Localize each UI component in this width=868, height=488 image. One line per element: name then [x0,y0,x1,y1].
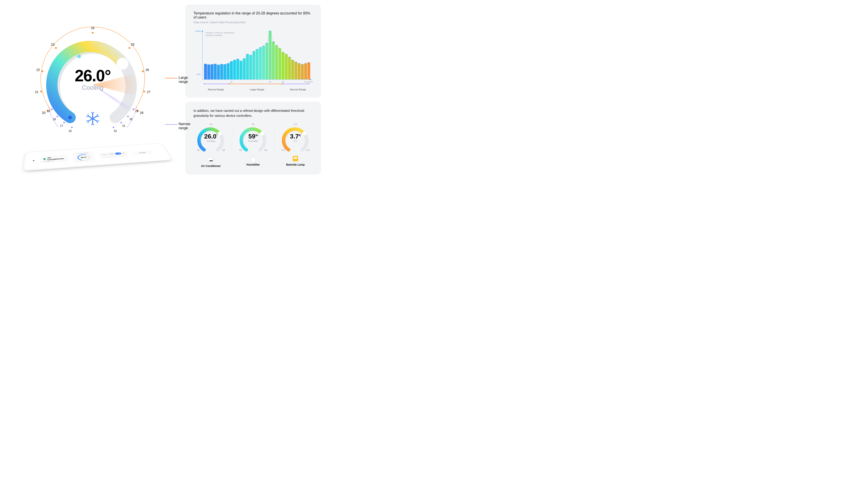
svg-point-121 [282,84,283,85]
svg-text:26: 26 [269,80,271,83]
svg-point-87 [234,60,235,60]
svg-point-107 [299,63,300,64]
chart-title: Temperature regulation in the range of 2… [193,11,313,20]
svg-text:25: 25 [131,43,134,46]
devices-panel: In addition, we have carried out a refin… [185,102,321,174]
phone-mode-cool: Cool [109,153,114,155]
phone-dial-value: 26.0° [81,156,87,158]
svg-point-11 [92,32,94,34]
svg-text:32: 32 [114,129,117,133]
svg-point-124 [260,131,264,135]
svg-point-7 [41,70,43,72]
svg-text:31: 31 [122,124,125,127]
svg-point-89 [241,61,241,61]
svg-point-1 [77,55,81,58]
svg-text:19: 19 [47,109,50,113]
svg-point-118 [229,84,230,85]
svg-point-35 [113,127,114,128]
svg-text:24: 24 [91,26,94,30]
svg-point-17 [143,91,145,92]
y-tick-100k: 100k [196,73,201,75]
mini-dial-lamp: 3.7KCT 3.0 3.5 4.0 Bedside Lamp [278,124,313,168]
svg-point-122 [308,84,309,85]
svg-point-96 [264,46,264,46]
range-label-large: Large Range [250,88,264,91]
svg-point-100 [276,45,277,46]
svg-point-115 [204,84,205,85]
svg-text:16: 16 [68,129,72,133]
svg-text:20: 20 [42,111,46,115]
svg-text:18: 18 [53,118,56,121]
svg-point-25 [57,116,58,117]
svg-point-9 [55,47,57,49]
range-label-narrow-left: Narrow Range [208,88,224,91]
svg-point-31 [127,116,129,117]
svg-point-97 [267,43,267,43]
svg-point-21 [71,127,72,128]
svg-text:29: 29 [135,109,138,113]
temperature-bar-chart: 1000k 100k Number of users for temperatu… [193,28,313,87]
svg-point-29 [133,108,134,110]
svg-point-125 [302,131,306,135]
svg-point-81 [215,64,216,64]
svg-point-84 [224,64,225,65]
y-tick-1000k: 1000k [195,30,201,32]
mini-dial-label: Air Conditioner [193,164,228,168]
svg-point-83 [221,64,222,64]
lamp-icon [291,156,299,162]
annotation-narrow-range: Narrow range [179,122,190,130]
snowflake-icon[interactable]: ❄ [115,152,122,155]
svg-text:27: 27 [147,90,151,94]
mini-dial-ac: 26.0°Cooling 20 24 28 Air Conditioner [193,124,228,168]
svg-point-0 [117,58,128,70]
chart-xlabel: Temperature °C [304,80,313,83]
ac-icon [207,157,215,163]
svg-point-99 [273,41,274,42]
svg-text:28: 28 [140,111,144,115]
svg-point-33 [121,122,122,123]
svg-point-2 [68,116,72,119]
svg-point-78 [205,64,206,64]
svg-point-104 [289,57,290,57]
phone-mode-a: A [122,153,124,154]
phone-more: more [139,152,146,154]
devices-panel-text: In addition, we have carried out a refin… [193,108,313,119]
main-temperature-dial: 202122232425262728 1617181929303132 [34,23,151,140]
mini-dial-label: Humidifier [236,163,271,166]
svg-point-109 [305,63,306,64]
svg-text:17: 17 [60,124,63,127]
phone-mode-label: Mode [102,154,107,155]
svg-point-95 [260,47,260,48]
svg-point-110 [309,62,309,63]
svg-text:28: 28 [282,80,284,83]
svg-point-123 [218,131,222,135]
svg-point-86 [231,61,232,62]
svg-point-101 [279,48,280,49]
svg-point-105 [292,60,293,60]
svg-point-108 [302,64,303,65]
svg-point-5 [40,91,42,92]
dial-temperature-value: 26.0° [75,66,111,85]
svg-point-27 [51,108,53,110]
svg-point-98 [270,31,270,31]
svg-point-106 [296,62,296,62]
svg-point-88 [237,59,238,59]
svg-rect-77 [202,31,311,79]
svg-text:22: 22 [36,68,40,72]
phone-mockup: Air Conditioner Living room Temperature … [22,143,173,171]
svg-point-82 [218,65,219,65]
phone-temp-label: Temperature [76,152,90,154]
svg-point-79 [209,64,209,65]
svg-text:30: 30 [129,118,133,121]
svg-point-90 [244,58,245,59]
chart-panel: Temperature regulation in the range of 2… [185,4,321,98]
svg-point-80 [212,64,212,65]
svg-point-102 [283,52,283,53]
dial-mode-label: Cooling [75,84,111,91]
svg-point-13 [129,47,130,49]
humidifier-icon [249,156,257,162]
svg-point-93 [254,51,254,52]
svg-point-23 [63,122,65,123]
mini-dial-label: Bedside Lamp [278,163,313,166]
svg-text:20: 20 [230,80,232,83]
